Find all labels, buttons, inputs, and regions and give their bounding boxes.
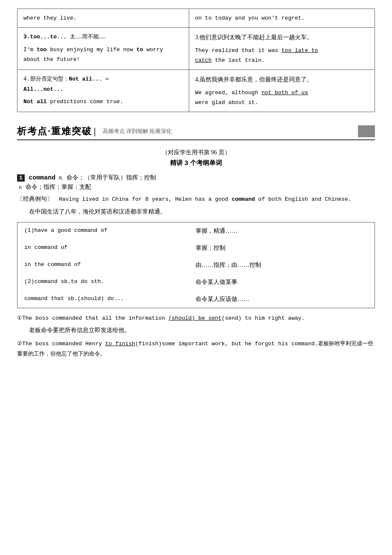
section-title: 精讲 3 个考纲单词 xyxy=(17,159,375,167)
table-row: (2)command sb.to do sth. 命令某人做某事 xyxy=(17,274,375,291)
word1-pos-v: v. xyxy=(19,184,23,190)
word1-inner-table: (1)have a good command of 掌握，精通…… in com… xyxy=(17,222,375,308)
table-row: command that sb.(should) do... 命令某人应该做…… xyxy=(17,291,375,308)
row2-left-label: 3.too...to... 太……而不能…… xyxy=(23,32,183,42)
row2-left-example: I'm too busy enjoying my life now to wor… xyxy=(23,45,183,65)
table-cell-row1-left: where they live. xyxy=(17,9,189,28)
section-header-decoration xyxy=(358,125,375,137)
inner-table-cell-2-right: 掌握；控制 xyxy=(189,240,375,257)
row2-right-label: 3.他们意识到太晚了不能赶上最后一趟火车。 xyxy=(195,32,369,43)
word1-entry: 1 command n. 命令；（常用于军队）指挥；控制 v. 命令；指挥；掌握… xyxy=(17,174,375,360)
table-cell-row1-right: on to today and you won't regret. xyxy=(189,9,375,28)
word1-footnote2: ②The boss commanded Henry to finish(fini… xyxy=(17,339,375,360)
inner-table-cell-1-right: 掌握，精通…… xyxy=(189,222,375,240)
table-cell-row3-right: 4.虽然我俩并非都乐意，但最终还是同意了。 We agreed, althoug… xyxy=(189,70,375,112)
word1-pos-n: n. xyxy=(59,174,63,181)
row3-right-label: 4.虽然我俩并非都乐意，但最终还是同意了。 xyxy=(195,74,369,85)
inner-table-cell-3-left: in the command of xyxy=(17,257,189,274)
table-row: in the command of 由……指挥；由……控制 xyxy=(17,257,375,274)
word1-example-label: 〔经典例句〕 Having lived in China for 8 years… xyxy=(17,194,375,204)
table-cell-row3-left: 4.部分否定句型：Not all... =All...not... Not al… xyxy=(17,70,189,112)
inner-table-cell-3-right: 由……指挥；由……控制 xyxy=(189,257,375,274)
section-header-pipe: | xyxy=(94,127,95,136)
word1-footnote1-cn: 老板命令要把所有信息立即发送给他。 xyxy=(29,325,375,335)
row3-left-label: 4.部分否定句型：Not all... =All...not... xyxy=(23,74,183,94)
inner-table-cell-1-left: (1)have a good command of xyxy=(17,222,189,240)
section-header-subtitle: 高频考点 详剖细解 拓展深化 xyxy=(103,127,172,135)
table-cell-row2-right: 3.他们意识到太晚了不能赶上最后一趟火车。 They realized that… xyxy=(189,28,375,70)
section-header: 析考点·重难突破 | 高频考点 详剖细解 拓展深化 xyxy=(17,125,375,140)
word1-footnote1-en: ①The boss commanded that all the informa… xyxy=(17,313,375,324)
word1-header-line: 1 command n. 命令；（常用于军队）指挥；控制 xyxy=(17,174,375,182)
inner-table-cell-5-right: 命令某人应该做…… xyxy=(189,291,375,308)
word1-word: command xyxy=(29,174,55,182)
inner-table-cell-4-right: 命令某人做某事 xyxy=(189,274,375,291)
word1-example-en: Having lived in China for 8 years, Helen… xyxy=(59,196,352,202)
inner-table-cell-4-left: (2)command sb.to do sth. xyxy=(17,274,189,291)
table-row: in command of 掌握；控制 xyxy=(17,240,375,257)
row3-right-example: We agreed, although not both of uswere g… xyxy=(195,88,369,108)
word1-number: 1 xyxy=(17,174,25,182)
word1-def-v: 命令；指挥；掌握；支配 xyxy=(26,184,91,190)
word1-pos-v-line: v. 命令；指挥；掌握；支配 xyxy=(17,183,375,191)
word1-example-cn: 在中国生活了八年，海伦对英语和汉语都非常精通。 xyxy=(29,206,375,217)
section-header-main-title: 析考点·重难突破 xyxy=(17,125,92,138)
page-ref: （对应学生用书第 96 页） xyxy=(17,149,375,156)
inner-table-cell-5-left: command that sb.(should) do... xyxy=(17,291,189,308)
row3-left-example: Not all predictions come true. xyxy=(23,97,183,107)
word1-def-n: 命令；（常用于军队）指挥；控制 xyxy=(66,174,156,181)
top-table: where they live. on to today and you won… xyxy=(17,9,375,112)
inner-table-cell-2-left: in command of xyxy=(17,240,189,257)
table-row: (1)have a good command of 掌握，精通…… xyxy=(17,222,375,240)
table-cell-row2-left: 3.too...to... 太……而不能…… I'm too busy enjo… xyxy=(17,28,189,70)
row2-right-example: They realized that it was too late tocat… xyxy=(195,46,369,66)
